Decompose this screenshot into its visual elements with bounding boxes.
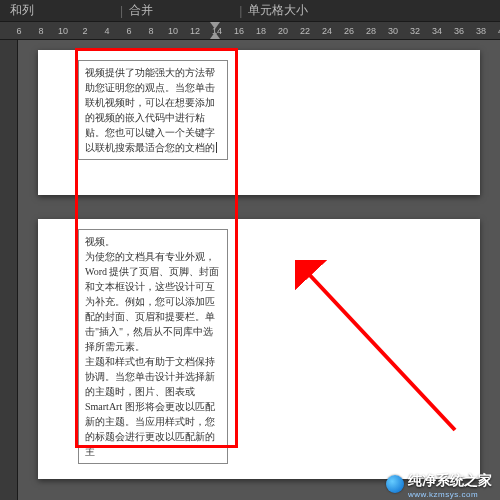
ruler-tick: 12 (184, 26, 206, 36)
body-text: 视频。 (85, 234, 221, 249)
ruler-tick: 30 (382, 26, 404, 36)
ruler-tick: 40 (492, 26, 500, 36)
ruler-tick: 8 (140, 26, 162, 36)
ruler-tick: 36 (448, 26, 470, 36)
page-area[interactable]: 视频提供了功能强大的方法帮助您证明您的观点。当您单击联机视频时，可以在想要添加的… (18, 40, 500, 500)
ruler-tick: 2 (74, 26, 96, 36)
ruler-tick: 34 (426, 26, 448, 36)
body-text: 为使您的文档具有专业外观，Word 提供了页眉、页脚、封面和文本框设计，这些设计… (85, 249, 221, 354)
document-page-1[interactable]: 视频提供了功能强大的方法帮助您证明您的观点。当您单击联机视频时，可以在想要添加的… (38, 50, 480, 195)
ruler-tick: 24 (316, 26, 338, 36)
ruler-tick: 4 (96, 26, 118, 36)
ruler-tick: 6 (8, 26, 30, 36)
ribbon-separator: | (239, 4, 242, 18)
ruler-tick: 28 (360, 26, 382, 36)
ruler-tick: 18 (250, 26, 272, 36)
vertical-ruler[interactable] (0, 40, 18, 500)
body-text: 主题和样式也有助于文档保持协调。当您单击设计并选择新的主题时，图片、图表或 Sm… (85, 354, 221, 459)
ribbon-toolbar: 和列 | 合并 | 单元格大小 (0, 0, 500, 22)
ruler-tick: 16 (228, 26, 250, 36)
ruler-tick: 10 (162, 26, 184, 36)
ruler-tick: 22 (294, 26, 316, 36)
ruler-tick: 26 (338, 26, 360, 36)
document-page-2[interactable]: 视频。 为使您的文档具有专业外观，Word 提供了页眉、页脚、封面和文本框设计，… (38, 219, 480, 479)
text-cursor-icon (216, 142, 217, 153)
indent-marker-icon[interactable] (210, 32, 220, 39)
text-frame[interactable]: 视频提供了功能强大的方法帮助您证明您的观点。当您单击联机视频时，可以在想要添加的… (78, 60, 228, 160)
indent-marker-icon[interactable] (210, 22, 220, 29)
ribbon-group-merge[interactable]: 合并 (129, 2, 233, 19)
ribbon-group-cellsize[interactable]: 单元格大小 (248, 2, 388, 19)
ribbon-separator: | (120, 4, 123, 18)
ribbon-group-rowcol[interactable]: 和列 (10, 2, 114, 19)
ruler-tick: 8 (30, 26, 52, 36)
ruler-tick: 10 (52, 26, 74, 36)
body-text: 视频提供了功能强大的方法帮助您证明您的观点。当您单击联机视频时，可以在想要添加的… (85, 67, 215, 153)
ruler-tick: 32 (404, 26, 426, 36)
ruler-tick: 38 (470, 26, 492, 36)
text-frame[interactable]: 视频。 为使您的文档具有专业外观，Word 提供了页眉、页脚、封面和文本框设计，… (78, 229, 228, 464)
horizontal-ruler[interactable]: 6810246810121416182022242628303234363840… (0, 22, 500, 40)
ruler-tick: 20 (272, 26, 294, 36)
ruler-tick: 6 (118, 26, 140, 36)
workspace: 视频提供了功能强大的方法帮助您证明您的观点。当您单击联机视频时，可以在想要添加的… (0, 40, 500, 500)
